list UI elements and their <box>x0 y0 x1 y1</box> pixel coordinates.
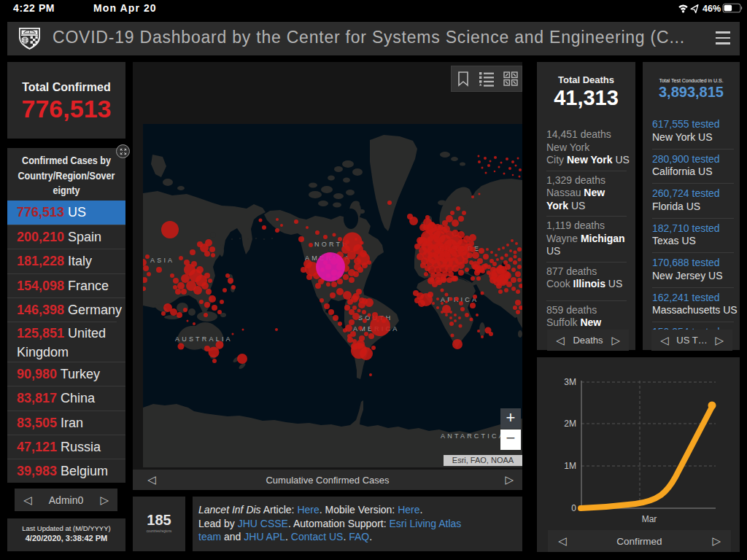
svg-text:1M: 1M <box>564 461 576 471</box>
svg-text:ANTARCTICA: ANTARCTICA <box>441 432 506 440</box>
svg-text:AUSTRALIA: AUSTRALIA <box>175 335 233 343</box>
svg-text:46%: 46% <box>703 4 721 14</box>
svg-text:3M: 3M <box>564 377 576 387</box>
svg-text:2M: 2M <box>564 419 576 429</box>
svg-text:Mar: Mar <box>642 514 657 524</box>
svg-text:0: 0 <box>571 503 576 513</box>
svg-text:ASIA: ASIA <box>150 257 174 264</box>
